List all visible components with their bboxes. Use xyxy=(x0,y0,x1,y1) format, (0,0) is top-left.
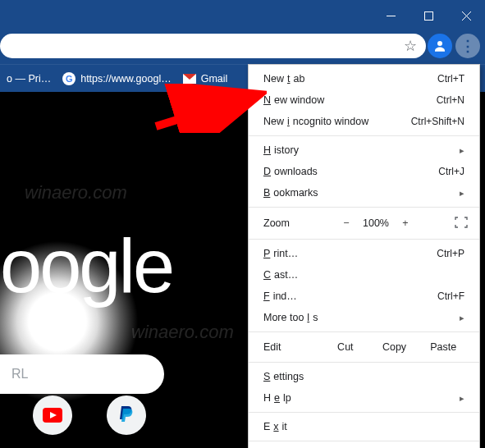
profile-avatar-icon[interactable] xyxy=(428,34,452,58)
menu-new-tab[interactable]: New tab Ctrl+T xyxy=(249,68,479,89)
menu-cast[interactable]: Cast… xyxy=(249,264,479,286)
bookmark-label: https://www.googl… xyxy=(80,73,171,85)
fullscreen-icon xyxy=(455,217,468,228)
zoom-label: Zoom xyxy=(263,217,334,229)
shortcut-item[interactable] xyxy=(107,395,146,435)
google-search-input[interactable]: RL xyxy=(0,354,164,394)
menu-history[interactable]: History ▸ xyxy=(249,139,479,161)
menu-new-incognito[interactable]: New incognito window Ctrl+Shift+N xyxy=(249,111,479,132)
menu-separator xyxy=(249,331,479,332)
shortcut-text: Ctrl+P xyxy=(437,248,464,259)
zoom-value: 100% xyxy=(359,217,393,229)
menu-edit-row: Edit Cut Copy Paste xyxy=(249,336,479,359)
window-titlebar xyxy=(0,0,485,31)
menu-print[interactable]: Print… Ctrl+P xyxy=(249,243,479,264)
menu-separator xyxy=(249,441,479,441)
menu-separator xyxy=(249,207,479,208)
fullscreen-button[interactable] xyxy=(455,217,468,231)
menu-settings[interactable]: Settings xyxy=(249,366,479,387)
menu-exit[interactable]: Exit xyxy=(249,416,479,437)
shortcut-text: Ctrl+N xyxy=(437,94,464,106)
google-logo-text: oogle xyxy=(0,223,172,309)
shortcut-text: Ctrl+J xyxy=(438,166,464,177)
bookmark-item[interactable]: Gmail xyxy=(183,73,228,85)
chrome-menu-button[interactable]: ⋮ xyxy=(455,34,480,58)
browser-toolbar: ☆ ⋮ xyxy=(0,31,485,64)
youtube-icon xyxy=(43,408,62,423)
window-close-button[interactable] xyxy=(447,0,485,31)
menu-managed-by-org[interactable]: Managed by your organization xyxy=(249,445,479,448)
edit-paste-button[interactable]: Paste xyxy=(419,341,468,353)
bookmark-item[interactable]: G https://www.googl… xyxy=(62,72,171,85)
address-bar[interactable] xyxy=(0,34,426,58)
bookmark-label: Gmail xyxy=(201,73,228,85)
shortcut-text: Ctrl+Shift+N xyxy=(411,116,464,127)
chevron-right-icon: ▸ xyxy=(460,188,464,199)
menu-separator xyxy=(249,239,479,240)
watermark-text: winaero.com xyxy=(25,182,127,203)
zoom-in-button[interactable]: + xyxy=(393,217,418,229)
svg-point-4 xyxy=(437,41,442,46)
svg-rect-1 xyxy=(424,11,432,20)
menu-separator xyxy=(249,412,479,413)
window-minimize-button[interactable] xyxy=(372,0,410,31)
zoom-out-button[interactable]: − xyxy=(334,217,359,229)
paypal-icon xyxy=(119,406,134,424)
menu-help[interactable]: Help ▸ xyxy=(249,387,479,409)
window-maximize-button[interactable] xyxy=(410,0,447,31)
search-placeholder: RL xyxy=(11,367,28,382)
google-favicon-icon: G xyxy=(62,72,75,85)
menu-downloads[interactable]: Downloads Ctrl+J xyxy=(249,161,479,182)
menu-zoom-row: Zoom − 100% + xyxy=(249,211,479,235)
menu-find[interactable]: Find… Ctrl+F xyxy=(249,286,479,307)
gmail-favicon-icon xyxy=(183,74,196,84)
chrome-main-menu: New tab Ctrl+T New window Ctrl+N New inc… xyxy=(248,64,480,448)
bookmark-label: o — Pri… xyxy=(7,73,51,85)
chevron-right-icon: ▸ xyxy=(460,393,464,404)
chevron-right-icon: ▸ xyxy=(460,145,464,156)
shortcut-text: Ctrl+T xyxy=(437,73,464,85)
bookmark-item[interactable]: o — Pri… xyxy=(7,73,51,85)
menu-separator xyxy=(249,135,479,136)
menu-new-window[interactable]: New window Ctrl+N xyxy=(249,89,479,111)
edit-cut-button[interactable]: Cut xyxy=(321,341,370,353)
shortcut-item[interactable] xyxy=(33,395,72,435)
chevron-right-icon: ▸ xyxy=(460,313,464,323)
watermark-text: winaero.com xyxy=(131,322,234,343)
menu-bookmarks[interactable]: Bookmarks ▸ xyxy=(249,182,479,203)
bookmark-star-icon[interactable]: ☆ xyxy=(396,37,424,55)
menu-separator xyxy=(249,362,479,363)
edit-copy-button[interactable]: Copy xyxy=(370,341,419,353)
shortcut-text: Ctrl+F xyxy=(437,290,464,302)
shortcuts-row xyxy=(0,395,146,435)
menu-more-tools[interactable]: More tools ▸ xyxy=(249,307,479,328)
